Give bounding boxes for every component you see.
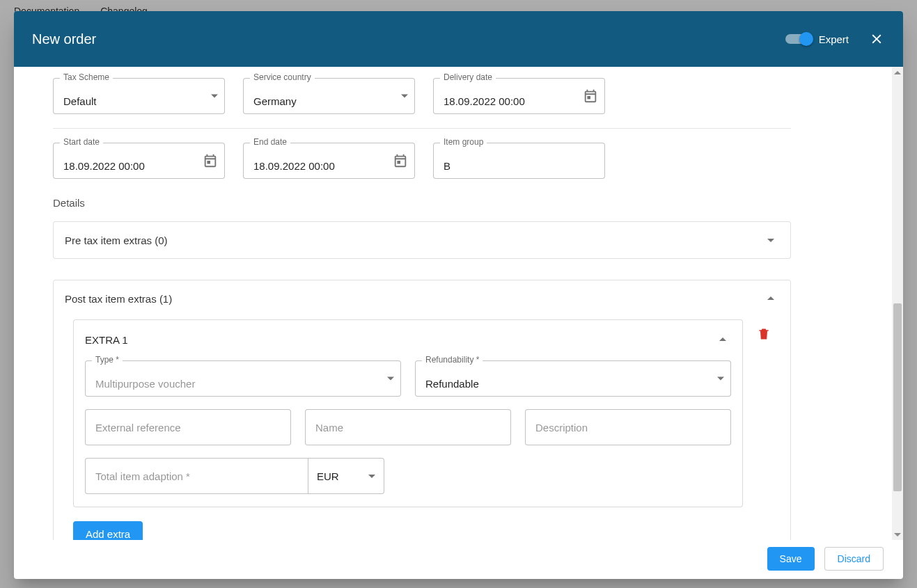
start-date-input[interactable] xyxy=(53,143,225,179)
modal-body: Tax Scheme Service country Delivery date… xyxy=(14,67,892,540)
divider xyxy=(53,128,791,129)
add-extra-button[interactable]: Add extra xyxy=(73,521,143,540)
external-ref-field[interactable] xyxy=(85,409,291,445)
extra-card-header[interactable]: EXTRA 1 xyxy=(85,331,731,348)
pre-tax-extras-title: Pre tax item extras (0) xyxy=(65,235,168,246)
close-button[interactable] xyxy=(868,31,885,47)
extra-description-field[interactable] xyxy=(525,409,731,445)
extra-name-field[interactable] xyxy=(305,409,511,445)
post-tax-extras-title: Post tax item extras (1) xyxy=(65,293,172,305)
total-adaption-input[interactable] xyxy=(85,458,308,494)
expert-toggle-wrap: Expert xyxy=(785,33,849,45)
pre-tax-extras-header[interactable]: Pre tax item extras (0) xyxy=(54,222,790,258)
expert-toggle[interactable] xyxy=(785,34,812,44)
tax-scheme-label: Tax Scheme xyxy=(60,72,113,82)
pre-tax-extras-panel: Pre tax item extras (0) xyxy=(53,221,791,259)
service-country-label: Service country xyxy=(250,72,315,82)
close-icon xyxy=(869,31,884,47)
scroll-thumb[interactable] xyxy=(893,303,902,491)
modal-header: New order Expert xyxy=(14,11,903,67)
currency-value: EUR xyxy=(317,470,339,482)
item-group-field[interactable]: Item group xyxy=(433,143,605,179)
tax-scheme-input[interactable] xyxy=(53,78,225,114)
service-country-input[interactable] xyxy=(243,78,415,114)
scroll-down-icon[interactable] xyxy=(892,529,903,540)
chevron-up-icon xyxy=(762,290,779,307)
delivery-date-field[interactable]: Delivery date xyxy=(433,78,605,114)
extra-type-input[interactable] xyxy=(85,360,401,397)
tax-scheme-field[interactable]: Tax Scheme xyxy=(53,78,225,114)
delivery-date-input[interactable] xyxy=(433,78,605,114)
trash-icon xyxy=(757,326,771,342)
refundability-field[interactable]: Refundability * xyxy=(415,360,731,397)
extra-title: EXTRA 1 xyxy=(85,334,128,346)
scroll-up-icon[interactable] xyxy=(892,67,903,78)
discard-button[interactable]: Discard xyxy=(824,547,884,571)
currency-select[interactable]: EUR xyxy=(308,458,384,494)
extra-name-input[interactable] xyxy=(305,409,511,445)
start-date-field[interactable]: Start date xyxy=(53,143,225,179)
details-heading: Details xyxy=(53,197,791,209)
modal-title: New order xyxy=(32,31,96,47)
chevron-down-icon xyxy=(368,475,375,478)
end-date-field[interactable]: End date xyxy=(243,143,415,179)
delivery-date-label: Delivery date xyxy=(440,72,496,82)
item-group-label: Item group xyxy=(440,137,487,147)
new-order-modal: New order Expert Tax Scheme Service coun… xyxy=(14,11,903,579)
end-date-input[interactable] xyxy=(243,143,415,179)
expert-toggle-label: Expert xyxy=(819,33,849,45)
delete-extra-button[interactable] xyxy=(757,326,771,344)
extra-description-input[interactable] xyxy=(525,409,731,445)
extra-type-label: Type * xyxy=(92,355,123,365)
scrollbar[interactable] xyxy=(892,67,903,540)
modal-footer: Save Discard xyxy=(14,540,903,579)
start-date-label: Start date xyxy=(60,137,103,147)
external-ref-input[interactable] xyxy=(85,409,291,445)
refundability-label: Refundability * xyxy=(422,355,483,365)
refundability-input[interactable] xyxy=(415,360,731,397)
post-tax-extras-header[interactable]: Post tax item extras (1) xyxy=(54,280,790,317)
extra-type-field[interactable]: Type * xyxy=(85,360,401,397)
end-date-label: End date xyxy=(250,137,290,147)
item-group-input[interactable] xyxy=(433,143,605,179)
total-adaption-row: EUR xyxy=(85,458,731,494)
post-tax-extras-panel: Post tax item extras (1) EXTRA 1 Type * xyxy=(53,280,791,540)
service-country-field[interactable]: Service country xyxy=(243,78,415,114)
chevron-up-icon xyxy=(714,331,731,348)
extra-card: EXTRA 1 Type * Refundability * xyxy=(73,319,743,507)
save-button[interactable]: Save xyxy=(767,547,815,571)
chevron-down-icon xyxy=(762,232,779,248)
